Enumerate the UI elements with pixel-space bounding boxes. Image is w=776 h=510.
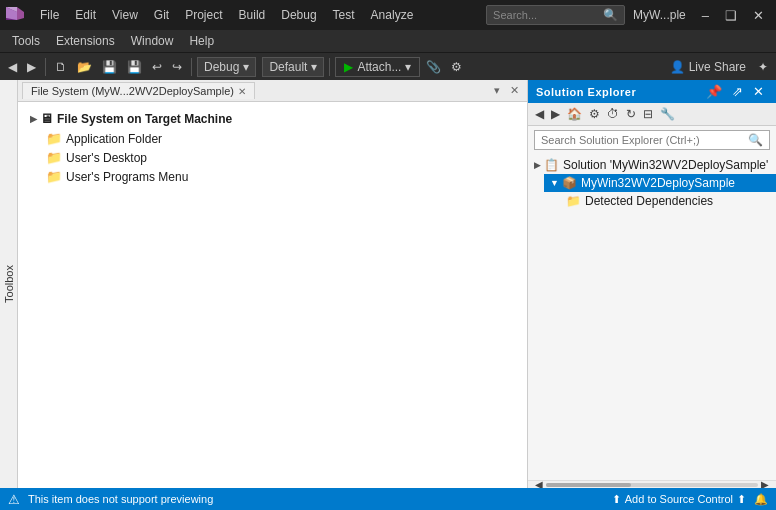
search-icon: 🔍 [603, 8, 618, 22]
live-share-button[interactable]: 👤 Live Share [664, 58, 752, 76]
solution-expand-icon: ▶ [534, 160, 541, 170]
notification-bell-icon: 🔔 [754, 493, 768, 506]
se-header-btns: 📌 ⇗ ✕ [702, 84, 768, 99]
toolbar-save-btn[interactable]: 💾 [98, 58, 121, 76]
toolbox-sidebar[interactable]: Toolbox [0, 80, 18, 488]
se-float-btn[interactable]: ⇗ [728, 84, 747, 99]
toolbar-save-all-btn[interactable]: 💾 [123, 58, 146, 76]
status-bar: ⚠ This item does not support previewing … [0, 488, 776, 510]
se-solution-item[interactable]: ▶ 📋 Solution 'MyWin32WV2DeploySample' [528, 156, 776, 174]
restore-button[interactable]: ❑ [717, 4, 745, 27]
toolbar-back-btn[interactable]: ◀ [4, 58, 21, 76]
title-menu-edit[interactable]: Edit [67, 4, 104, 26]
se-prop-btn[interactable]: ⚙ [586, 105, 603, 123]
debug-dropdown[interactable]: Debug ▾ [197, 57, 256, 77]
play-icon: ▶ [344, 60, 353, 74]
root-expand-icon: ▶ [30, 114, 37, 124]
fs-panel-dropdown-btn[interactable]: ▾ [490, 84, 504, 97]
debug-label: Debug [204, 60, 239, 74]
minimize-button[interactable]: – [694, 4, 717, 27]
menu-extensions[interactable]: Extensions [48, 32, 123, 50]
toolbar-new-btn[interactable]: 🗋 [51, 58, 71, 76]
programs-menu-label: User's Programs Menu [66, 170, 188, 184]
toolbar: ◀ ▶ 🗋 📂 💾 💾 ↩ ↪ Debug ▾ Default ▾ ▶ Atta… [0, 52, 776, 80]
menu-bar: ToolsExtensionsWindowHelp [0, 30, 776, 52]
se-forward-btn[interactable]: ▶ [548, 105, 563, 123]
desktop-folder-icon: 📁 [46, 150, 62, 165]
se-home-btn[interactable]: 🏠 [564, 105, 585, 123]
se-project-label: MyWin32WV2DeploySample [581, 176, 735, 190]
title-menu-analyze[interactable]: Analyze [363, 4, 422, 26]
status-text: This item does not support previewing [28, 493, 604, 505]
fs-tree-root: ▶ 🖥 File System on Target Machine 📁 Appl… [18, 106, 527, 188]
close-button[interactable]: ✕ [745, 4, 772, 27]
attach-dropdown-arrow: ▾ [405, 60, 411, 74]
toolbar-separator-3 [329, 58, 330, 76]
menu-help[interactable]: Help [181, 32, 222, 50]
live-share-icon: 👤 [670, 60, 685, 74]
toolbar-extra-btn[interactable]: 📎 [422, 58, 445, 76]
title-menu-test[interactable]: Test [325, 4, 363, 26]
fs-tree-desktop[interactable]: 📁 User's Desktop [42, 148, 519, 167]
se-scrollbar[interactable]: ◀ ▶ [528, 480, 776, 488]
fs-panel: File System (MyW...2WV2DeploySample) ✕ ▾… [18, 80, 528, 488]
se-settings-btn[interactable]: 🔧 [657, 105, 678, 123]
fs-tree-programs-menu[interactable]: 📁 User's Programs Menu [42, 167, 519, 186]
platform-dropdown-arrow: ▾ [311, 60, 317, 74]
se-collapse-btn[interactable]: ⊟ [640, 105, 656, 123]
toolbar-redo-btn[interactable]: ↪ [168, 58, 186, 76]
dependencies-icon: 📁 [566, 194, 581, 208]
title-bar: FileEditViewGitProjectBuildDebugTestAnal… [0, 0, 776, 30]
title-menu-file[interactable]: File [32, 4, 67, 26]
se-search-input[interactable] [541, 134, 748, 146]
title-menu-view[interactable]: View [104, 4, 146, 26]
title-menu-debug[interactable]: Debug [273, 4, 324, 26]
se-scrollbar-thumb [546, 483, 631, 487]
fs-panel-content: ▶ 🖥 File System on Target Machine 📁 Appl… [18, 102, 527, 488]
toolbar-extra-icon-btn[interactable]: ✦ [754, 58, 772, 76]
desktop-label: User's Desktop [66, 151, 147, 165]
platform-label: Default [269, 60, 307, 74]
se-content: ▶ 📋 Solution 'MyWin32WV2DeploySample' ▼ … [528, 154, 776, 480]
upload-icon: ⬆ [612, 493, 621, 506]
title-bar-search-box[interactable]: 🔍 [486, 5, 625, 25]
se-toolbar: ◀ ▶ 🏠 ⚙ ⏱ ↻ ⊟ 🔧 [528, 103, 776, 126]
title-bar-search-input[interactable] [493, 9, 603, 21]
source-control-item[interactable]: ⬆ Add to Source Control ⬆ [612, 493, 746, 506]
platform-dropdown[interactable]: Default ▾ [262, 57, 324, 77]
se-search-box[interactable]: 🔍 [534, 130, 770, 150]
se-close-btn[interactable]: ✕ [749, 84, 768, 99]
fs-root-label: File System on Target Machine [57, 112, 232, 126]
fs-tree-root-item[interactable]: ▶ 🖥 File System on Target Machine [26, 108, 519, 129]
programs-folder-icon: 📁 [46, 169, 62, 184]
se-time-btn[interactable]: ⏱ [604, 105, 622, 123]
se-dependencies-item[interactable]: 📁 Detected Dependencies [560, 192, 776, 210]
title-menu-build[interactable]: Build [231, 4, 274, 26]
fs-panel-tab[interactable]: File System (MyW...2WV2DeploySample) ✕ [22, 82, 255, 99]
menu-tools[interactable]: Tools [4, 32, 48, 50]
fs-panel-close-btn[interactable]: ✕ [506, 84, 523, 97]
se-search-icon: 🔍 [748, 133, 763, 147]
status-bar-right: ⬆ Add to Source Control ⬆ 🔔 [612, 493, 768, 506]
se-scroll-left-btn[interactable]: ◀ [532, 477, 546, 488]
se-pin-btn[interactable]: 📌 [702, 84, 726, 99]
menu-window[interactable]: Window [123, 32, 182, 50]
se-scroll-right-btn[interactable]: ▶ [758, 477, 772, 488]
toolbar-forward-btn[interactable]: ▶ [23, 58, 40, 76]
main-area: Toolbox File System (MyW...2WV2DeploySam… [0, 80, 776, 488]
se-refresh-btn[interactable]: ↻ [623, 105, 639, 123]
toolbar-open-btn[interactable]: 📂 [73, 58, 96, 76]
live-share-label: Live Share [689, 60, 746, 74]
se-project-item[interactable]: ▼ 📦 MyWin32WV2DeploySample [544, 174, 776, 192]
fs-tree-app-folder[interactable]: 📁 Application Folder [42, 129, 519, 148]
notification-item[interactable]: 🔔 [754, 493, 768, 506]
title-menu-git[interactable]: Git [146, 4, 177, 26]
toolbox-label: Toolbox [3, 265, 15, 303]
title-menu-project[interactable]: Project [177, 4, 230, 26]
fs-panel-tab-close[interactable]: ✕ [238, 86, 246, 97]
computer-icon: 🖥 [40, 111, 53, 126]
toolbar-undo-btn[interactable]: ↩ [148, 58, 166, 76]
toolbar-extra-btn2[interactable]: ⚙ [447, 58, 466, 76]
se-back-btn[interactable]: ◀ [532, 105, 547, 123]
attach-button[interactable]: ▶ Attach... ▾ [335, 57, 420, 77]
